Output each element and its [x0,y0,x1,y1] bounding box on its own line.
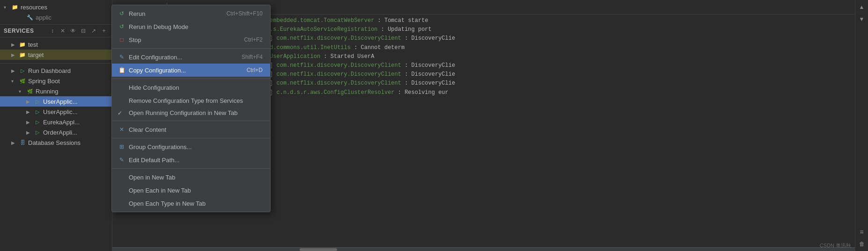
tree-label-database-sessions: Database Sessions [28,139,81,146]
menu-label-open-running: Open Running Configuration in New Tab [129,109,237,116]
menu-sep-3 [112,121,270,121]
tree-item-target[interactable]: ▶ 📁 target [0,50,112,60]
folder-icon-target: 📁 [19,51,26,58]
right-lines-btn[interactable]: ≡ [857,227,867,237]
log-message-6: DiscoveryClie [412,61,456,70]
tree-label-applic: applic [36,14,51,21]
horizontal-scrollbar[interactable] [112,247,855,251]
menu-label-copy-config: Copy Configuration... [129,67,186,74]
run-icon-user1: ▷ [34,98,41,105]
menu-label-edit-config: Edit Configuration... [129,54,182,61]
tree-item-run-dashboard[interactable]: ▶ ▷ Run Dashboard [0,65,112,76]
toolbar-add-btn[interactable]: + [100,27,108,35]
menu-item-clear-content[interactable]: ✕ Clear Content [112,123,270,136]
copy-config-icon: 📋 [118,66,126,74]
right-down-btn[interactable]: ▼ [857,14,867,24]
run-icon-order: ▷ [34,129,41,136]
arrow-db-sessions: ▶ [11,140,19,145]
tree-item-database-sessions[interactable]: ▶ 🗄 Database Sessions [0,137,112,148]
log-class-3: com.netflix.discovery.DiscoveryClient [277,34,401,43]
clear-icon: ✕ [118,125,126,134]
menu-label-rerun: Rerun [129,10,145,17]
tree-item-userapplication-1[interactable]: ▶ ▷ UserApplic... [0,96,112,107]
menu-item-open-running[interactable]: ✓ Open Running Configuration in New Tab [112,107,270,119]
menu-item-open-new-tab[interactable]: Open in New Tab [112,171,270,184]
menu-sep-5 [112,168,270,169]
menu-item-edit-config[interactable]: ✎ Edit Configuration... Shift+F4 [112,50,270,64]
log-message-7: DiscoveryClie [412,70,456,79]
menu-label-open-new-tab: Open in New Tab [129,174,176,181]
tree-item-running[interactable]: ▾ 🌿 Running [0,86,112,96]
arrow-run-dashboard: ▶ [11,68,19,73]
toolbar-collapse-btn[interactable]: ↕ [48,27,57,35]
log-class-8: com.netflix.discovery.DiscoveryClient [277,79,401,88]
log-message-3: DiscoveryClie [412,34,456,43]
open-each-type-icon [118,199,126,208]
log-colon-1: : [378,16,381,25]
menu-item-stop[interactable]: □ Stop Ctrl+F2 [112,33,270,46]
log-message-5: Started UserA [331,52,375,61]
spring-icon-running: 🌿 [26,87,34,95]
log-class-9: c.n.d.s.r.aws.ConfigClusterResolver [277,88,395,97]
menu-item-group-config[interactable]: ⊞ Group Configurations... [112,140,270,153]
tree-item-resources[interactable]: ▾ 📁 resources [0,2,112,12]
file-icon: 🔧 [26,14,34,21]
toolbar-close-btn[interactable]: ✕ [59,27,67,35]
tree-label-eurekaappl: EurekaAppl... [43,119,80,126]
menu-shortcut-copy-config: Ctrl+D [247,67,263,73]
right-delete-btn[interactable]: 🗑 [857,239,867,249]
folder-icon-test: 📁 [19,41,26,48]
menu-item-remove-config[interactable]: Remove Configuration Type from Services [112,94,270,107]
edit-config-icon: ✎ [118,53,126,61]
menu-shortcut-edit-config: Shift+F4 [242,54,263,60]
log-colon-2: : [381,25,384,34]
scrollbar-thumb[interactable] [300,248,337,251]
tree-label-test: test [28,41,38,48]
tree-label-orderappli: OrderAppli... [43,129,77,136]
tree-item-test[interactable]: ▶ 📁 test [0,39,112,50]
tree-label-userapplication-1: UserApplic... [43,98,78,105]
toolbar-filter-btn[interactable]: ⊟ [79,27,88,35]
rerun-icon: ↺ [118,9,126,18]
remove-config-icon [118,96,126,105]
menu-item-rerun[interactable]: ↺ Rerun Ctrl+Shift+F10 [112,7,270,20]
run-icon-eureka: ▷ [34,118,41,126]
toolbar-view-btn[interactable]: 👁 [69,27,77,35]
edit-path-icon: ✎ [118,156,126,164]
tree-item-userapplication-2[interactable]: ▶ ▷ UserApplic... [0,107,112,117]
menu-item-open-each-type-tab[interactable]: Open Each Type in New Tab [112,197,270,210]
hide-config-icon [118,83,126,92]
toolbar-expand-btn[interactable]: ↗ [89,27,98,35]
menu-label-open-each-new-tab: Open Each in New Tab [129,187,191,194]
right-up-btn[interactable]: ▲ [857,2,867,12]
menu-label-hide-config: Hide Configuration [129,84,179,91]
log-colon-4: : [354,43,357,52]
arrow-eurekaappl: ▶ [26,120,34,125]
menu-item-open-each-new-tab[interactable]: Open Each in New Tab [112,184,270,197]
sidebar-tree: ▶ 📁 test ▶ 📁 target ▶ ▷ Run Dashboard ▾ … [0,37,112,251]
arrow-resources: ▾ [4,5,11,10]
arrow-test: ▶ [11,42,19,47]
watermark: CSDN 奥迅秋 [820,242,851,249]
tree-item-eurekaappl[interactable]: ▶ ▷ EurekaAppl... [0,117,112,127]
check-icon: ✓ [118,110,126,116]
services-title: Services [4,28,34,34]
menu-item-rerun-debug[interactable]: ↺ Rerun in Debug Mode [112,20,270,33]
menu-item-edit-default-path[interactable]: ✎ Edit Default Path... [112,153,270,166]
menu-shortcut-stop: Ctrl+F2 [244,36,263,43]
menu-item-hide-config[interactable]: Hide Configuration [112,81,270,94]
tree-item-orderappli[interactable]: ▶ ▷ OrderAppli... [0,127,112,137]
tree-item-spring-boot[interactable]: ▾ 🌿 Spring Boot [0,76,112,86]
log-colon-8: : [405,79,408,88]
right-toolbar: ▲ ▼ ≡ 🗑 [855,0,868,251]
tree-label-target: target [28,51,44,58]
menu-item-copy-config[interactable]: 📋 Copy Configuration... Ctrl+D [112,64,270,77]
open-each-tab-icon [118,186,126,194]
arrow-running: ▾ [19,89,26,94]
menu-sep-2 [112,79,270,79]
tree-item-applic[interactable]: 🔧 applic [0,12,112,22]
tree-label-spring-boot: Spring Boot [28,78,60,85]
log-message-9: Resolving eur [405,88,449,97]
log-colon-9: : [398,88,401,97]
arrow-userapplication-1: ▶ [26,99,34,104]
